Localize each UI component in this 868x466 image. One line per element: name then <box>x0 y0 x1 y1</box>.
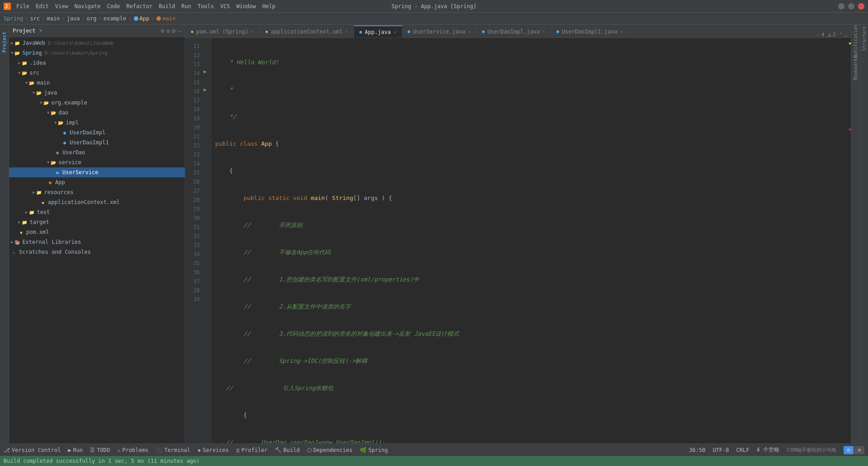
svg-point-3 <box>156 16 161 21</box>
tree-item-pomxml[interactable]: ◆ pom.xml <box>9 227 185 237</box>
tree-item-orgexample[interactable]: ▼ 📂 org.example <box>9 98 185 108</box>
tree-item-service[interactable]: ▼ 📂 service <box>9 157 185 167</box>
menu-refactor[interactable]: Refactor <box>126 3 152 10</box>
tree-item-extlibs[interactable]: ▶ 📚 External Libraries <box>9 237 185 247</box>
tab-userdaoimpl[interactable]: ● UserDaoImpl.java ✕ <box>476 25 551 38</box>
status-indent[interactable]: 4 个空格 <box>756 446 779 454</box>
status-run[interactable]: ▶ Run <box>68 447 83 453</box>
status-services[interactable]: ◈ Services <box>198 447 229 453</box>
project-tab[interactable]: Project <box>0 28 9 56</box>
menu-navigate[interactable]: Navigate <box>75 3 101 10</box>
folder-icon: 📁 <box>21 60 28 66</box>
arrow-icon: ▶ <box>11 41 13 45</box>
arrow-icon: ▼ <box>33 90 35 95</box>
code-content[interactable]: * Hello World! * */ public class App { {… <box>212 38 845 443</box>
tree-item-appcontextxml[interactable]: ◆ applicationContext.xml <box>9 197 185 207</box>
tab-appcontextxml[interactable]: ◆ applicationContext.xml ✕ <box>260 25 354 38</box>
tree-item-target[interactable]: ▶ 📁 target <box>9 217 185 227</box>
tree-item-spring[interactable]: ▼ 📂 Spring D:\Users\Admin\Spring <box>9 48 185 58</box>
tab-userdaoimpl1-close[interactable]: ✕ <box>620 29 623 34</box>
menu-help[interactable]: Help <box>262 3 275 10</box>
menu-edit[interactable]: Edit <box>36 3 49 10</box>
tree-item-userdaoimpl1[interactable]: ● UserDaoImpl1 <box>9 138 185 147</box>
expand-icon[interactable]: ⌃ <box>840 32 843 38</box>
tree-item-main[interactable]: ▼ 📂 main <box>9 78 185 88</box>
notifications-tab[interactable]: Notifications <box>852 26 859 53</box>
folder-icon: 📂 <box>36 90 42 96</box>
panel-settings[interactable]: ⚙ <box>172 27 175 34</box>
tree-item-test[interactable]: ▶ 📁 test <box>9 207 185 217</box>
status-spring[interactable]: 🌿 Spring <box>360 447 388 453</box>
tree-item-java[interactable]: ▼ 📂 java <box>9 88 185 98</box>
minimize-button[interactable]: — <box>838 3 844 10</box>
menu-run[interactable]: Run <box>181 3 191 10</box>
tree-item-app[interactable]: ● App <box>9 177 185 187</box>
panel-collapse[interactable]: ≡ <box>166 27 170 34</box>
code-editor[interactable]: 11 12 13 14 15 16 17 18 19 20 21 22 23 2… <box>185 38 851 443</box>
java-file-icon: ● <box>61 129 68 136</box>
tab-pomxml-close[interactable]: ✕ <box>251 29 254 34</box>
close-button[interactable]: ✕ <box>858 3 864 10</box>
editor-toggle-left[interactable]: ⊟ <box>844 446 854 454</box>
tab-userservice-close[interactable]: ✕ <box>468 29 471 34</box>
tab-appjava-close[interactable]: ✕ <box>394 29 396 34</box>
status-spring-label: Spring <box>368 447 388 453</box>
tree-item-userdao[interactable]: ● UserDao <box>9 147 185 157</box>
maximize-button[interactable]: □ <box>848 3 854 10</box>
breadcrumb-spring[interactable]: Spring <box>4 15 23 22</box>
status-terminal[interactable]: ⬛ Terminal <box>156 447 190 453</box>
breadcrumb-example[interactable]: example <box>104 15 127 22</box>
breadcrumb-main-method[interactable]: main <box>156 15 175 22</box>
tree-item-dao[interactable]: ▼ 📂 dao <box>9 108 185 118</box>
scroll-area[interactable] <box>845 38 851 443</box>
panel-locate[interactable]: ⊕ <box>160 27 164 34</box>
menu-file[interactable]: File <box>16 3 29 10</box>
menu-window[interactable]: Window <box>236 3 256 10</box>
menu-tools[interactable]: Tools <box>198 3 214 10</box>
dependencies-icon: ⬡ <box>307 447 311 453</box>
breadcrumb-org[interactable]: org <box>87 15 97 22</box>
status-position[interactable]: 36:50 <box>689 447 705 453</box>
tab-userservice[interactable]: ● UserService.java ✕ <box>402 25 477 38</box>
run-arrow-16[interactable]: ▶ <box>203 85 212 94</box>
tab-pomxml[interactable]: ◆ pom.xml (Spring) ✕ <box>185 25 260 38</box>
run-arrow-14[interactable]: ▶ <box>203 67 212 76</box>
status-version-control[interactable]: ⎇ Version Control <box>4 447 61 453</box>
status-profiler[interactable]: ⧖ Profiler <box>236 447 268 453</box>
editor-toggle-right[interactable]: ⊞ <box>854 446 864 454</box>
code-line-18: // 不修改App任何代码 <box>215 248 845 257</box>
tree-item-userdaoimpl[interactable]: ● UserDaoImpl <box>9 128 185 138</box>
breadcrumb-app[interactable]: App <box>133 15 150 22</box>
tree-item-resources[interactable]: ▶ 📁 resources <box>9 187 185 197</box>
tab-userdaoimpl1[interactable]: ● UserDaoImpl1.java ✕ <box>551 25 629 38</box>
bookmarks-tab[interactable]: Bookmarks <box>852 54 859 81</box>
tab-appjava[interactable]: ● App.java ✕ <box>354 25 402 38</box>
status-encoding[interactable]: UTF-8 <box>712 447 729 453</box>
breadcrumb-java[interactable]: java <box>67 15 80 22</box>
menu-build[interactable]: Build <box>159 3 175 10</box>
tree-item-impl[interactable]: ▼ 📂 impl <box>9 118 185 128</box>
menu-view[interactable]: View <box>55 3 68 10</box>
title-bar-left: J File Edit View Navigate Code Refactor … <box>4 3 275 10</box>
tree-item-userservice[interactable]: ● UserService <box>9 167 185 177</box>
panel-minimize[interactable]: — <box>178 27 181 34</box>
status-todo[interactable]: ☰ TODO <box>90 447 110 453</box>
tree-item-idea[interactable]: ▶ 📁 .idea <box>9 58 185 68</box>
tree-item-scratches[interactable]: ✏ Scratches and Consoles <box>9 247 185 257</box>
tab-appcontextxml-close[interactable]: ✕ <box>345 29 348 34</box>
tree-item-src[interactable]: ▼ 📂 src <box>9 68 185 78</box>
tab-userdaoimpl-close[interactable]: ✕ <box>542 29 545 34</box>
structure-tab[interactable]: Structure <box>862 26 867 52</box>
menu-vcs[interactable]: VCS <box>220 3 230 10</box>
status-dependencies[interactable]: ⬡ Dependencies <box>307 447 353 453</box>
status-problems[interactable]: ⚠ Problems <box>117 447 148 453</box>
menu-code[interactable]: Code <box>107 3 120 10</box>
breadcrumb-main[interactable]: main <box>47 15 60 22</box>
collapse-icon[interactable]: ⌄ <box>844 32 847 38</box>
status-build[interactable]: 🔨 Build <box>275 447 300 453</box>
tree-label-orgexample: org.example <box>51 100 87 106</box>
status-line-sep[interactable]: CRLF <box>736 447 750 453</box>
tree-item-javaweb[interactable]: ▶ 📁 JavaWeb D:\Users\Admin\JavaWeb <box>9 38 185 48</box>
app-logo: J <box>4 3 11 10</box>
breadcrumb-src[interactable]: src <box>30 15 40 22</box>
